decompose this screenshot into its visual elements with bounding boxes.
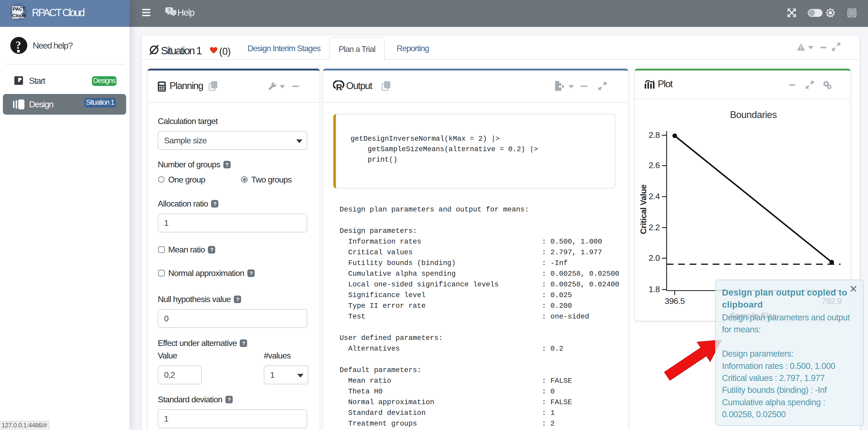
- svg-text:?: ?: [16, 39, 21, 51]
- svg-text:2.6: 2.6: [649, 161, 660, 170]
- svg-text:Boundaries: Boundaries: [730, 109, 777, 120]
- svg-text:PACT: PACT: [13, 6, 25, 12]
- svg-text:2.8: 2.8: [649, 130, 660, 140]
- svg-text:Cloud: Cloud: [12, 13, 26, 18]
- svg-text:1.8: 1.8: [649, 285, 660, 294]
- svg-text:396.5: 396.5: [664, 296, 685, 306]
- svg-text:2.0: 2.0: [649, 253, 660, 263]
- svg-text:2.4: 2.4: [649, 192, 660, 201]
- svg-text:?: ?: [168, 8, 170, 13]
- svg-text:2.2: 2.2: [649, 223, 660, 232]
- svg-text:Critical Value: Critical Value: [639, 185, 648, 234]
- svg-text:R: R: [336, 82, 342, 91]
